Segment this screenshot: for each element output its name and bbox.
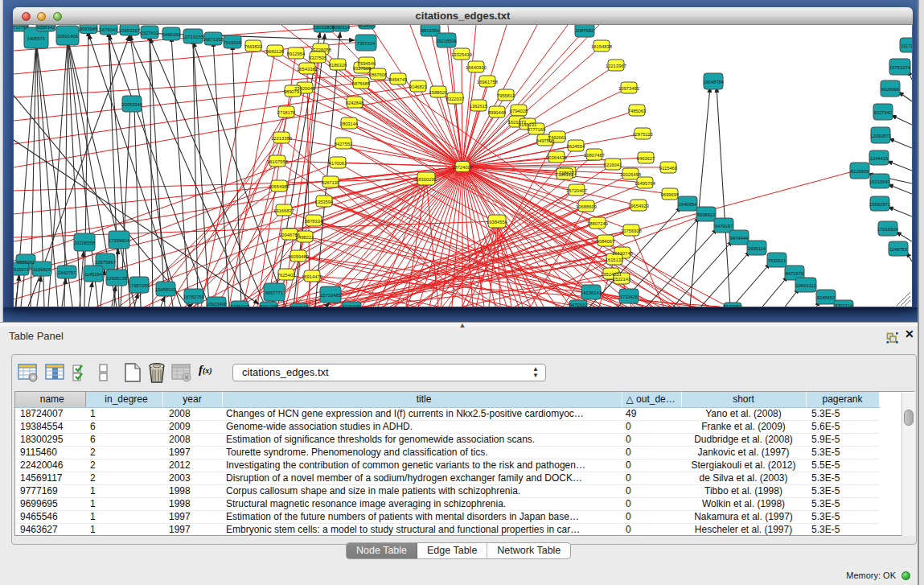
svg-text:1244415: 1244415 (870, 156, 889, 161)
svg-text:3624554: 3624554 (567, 144, 585, 149)
svg-text:10719155: 10719155 (183, 35, 203, 39)
svg-text:7632621: 7632621 (768, 258, 786, 263)
svg-text:18724007: 18724007 (452, 165, 473, 170)
svg-text:7357224: 7357224 (357, 41, 376, 46)
svg-text:7594546: 7594546 (358, 61, 376, 66)
svg-text:10025458: 10025458 (620, 172, 641, 177)
svg-text:8186328: 8186328 (329, 63, 347, 68)
svg-text:7625402: 7625402 (277, 273, 296, 278)
svg-text:16210643: 16210643 (869, 179, 890, 184)
svg-text:9657771: 9657771 (265, 290, 284, 295)
svg-text:18807249: 18807249 (587, 221, 608, 226)
svg-text:9358342: 9358342 (37, 25, 55, 30)
svg-text:17359924: 17359924 (109, 238, 130, 243)
svg-text:18300295: 18300295 (416, 177, 437, 182)
svg-text:7515526: 7515526 (224, 40, 242, 45)
svg-text:7462661: 7462661 (548, 135, 567, 140)
svg-text:6216041: 6216041 (604, 163, 622, 167)
svg-text:9634505: 9634505 (358, 25, 376, 28)
svg-text:9245103: 9245103 (231, 304, 249, 307)
svg-text:9084067: 9084067 (597, 239, 615, 244)
svg-text:1146753: 1146753 (889, 247, 907, 252)
svg-text:1156829: 1156829 (33, 267, 51, 272)
svg-text:14136141: 14136141 (581, 290, 602, 295)
svg-text:19384554: 19384554 (487, 220, 508, 225)
svg-text:16961758: 16961758 (477, 80, 498, 84)
svg-text:13226058: 13226058 (310, 47, 331, 52)
svg-text:19654923: 19654923 (628, 204, 649, 208)
svg-text:10807487: 10807487 (584, 153, 605, 158)
svg-text:16099489: 16099489 (288, 254, 309, 259)
svg-text:13325419: 13325419 (451, 52, 472, 57)
svg-text:7663822: 7663822 (244, 44, 263, 49)
svg-text:16495764: 16495764 (634, 181, 656, 186)
svg-text:2624988: 2624988 (290, 305, 309, 307)
svg-text:17016504: 17016504 (877, 227, 899, 232)
svg-text:7955812: 7955812 (497, 93, 515, 98)
svg-text:2935114: 2935114 (748, 246, 766, 251)
svg-text:19218506: 19218506 (436, 39, 457, 43)
svg-text:3915971: 3915971 (14, 267, 29, 272)
svg-text:8290114: 8290114 (332, 25, 351, 30)
svg-text:9327508: 9327508 (353, 66, 372, 71)
svg-text:1733426: 1733426 (620, 295, 639, 299)
svg-text:20053346: 20053346 (121, 102, 142, 107)
svg-text:16640910: 16640910 (466, 65, 487, 70)
svg-text:19166827: 19166827 (273, 208, 294, 213)
svg-text:12213389: 12213389 (271, 136, 292, 141)
svg-text:2718176: 2718176 (277, 110, 296, 115)
svg-text:17957255: 17957255 (129, 283, 150, 288)
svg-text:9132405: 9132405 (343, 304, 361, 307)
svg-text:8471205: 8471205 (260, 304, 278, 307)
svg-text:8427552: 8427552 (335, 142, 353, 146)
svg-text:10654985: 10654985 (269, 184, 290, 189)
svg-text:15716485: 15716485 (320, 293, 341, 298)
svg-text:1527602: 1527602 (141, 31, 159, 35)
svg-text:8938923: 8938923 (697, 212, 716, 217)
svg-text:9471522: 9471522 (569, 303, 588, 307)
svg-text:16154838: 16154838 (591, 44, 612, 49)
svg-text:1712757: 1712757 (14, 25, 28, 30)
svg-text:9227342: 9227342 (874, 110, 893, 115)
svg-text:1640954: 1640954 (679, 202, 697, 207)
svg-text:8912954: 8912954 (287, 51, 306, 56)
svg-text:9890791: 9890791 (284, 89, 302, 94)
svg-text:16107554: 16107554 (267, 159, 289, 164)
svg-text:9245652: 9245652 (817, 295, 836, 300)
svg-text:12975115: 12975115 (632, 132, 652, 137)
svg-text:4170061: 4170061 (329, 161, 347, 166)
svg-text:8123981: 8123981 (724, 304, 742, 307)
svg-text:8471676: 8471676 (786, 271, 804, 276)
svg-text:9327505: 9327505 (309, 56, 327, 60)
svg-text:1117232: 1117232 (901, 43, 912, 48)
svg-text:8267130: 8267130 (322, 180, 340, 185)
svg-text:9115460: 9115460 (659, 166, 677, 171)
svg-text:1405571: 1405571 (27, 36, 46, 41)
svg-text:9474444: 9474444 (730, 236, 749, 241)
svg-text:2867608: 2867608 (369, 72, 388, 77)
svg-text:9463627: 9463627 (637, 156, 655, 161)
svg-text:12905135: 12905135 (106, 276, 127, 281)
svg-text:20364436: 20364436 (546, 155, 567, 160)
svg-text:5498222: 5498222 (296, 235, 314, 240)
svg-text:8990448: 8990448 (488, 110, 507, 115)
svg-text:10973493: 10973493 (618, 86, 639, 91)
svg-text:6466160: 6466160 (162, 32, 181, 37)
svg-text:10958107: 10958107 (155, 287, 176, 292)
svg-text:8454749: 8454749 (389, 77, 408, 82)
svg-text:9329966: 9329966 (881, 87, 900, 92)
svg-text:8215955: 8215955 (851, 169, 869, 174)
svg-text:9555081: 9555081 (17, 260, 35, 265)
svg-text:1522143: 1522143 (613, 277, 631, 282)
svg-text:9063945: 9063945 (80, 27, 98, 31)
svg-text:16782759: 16782759 (183, 295, 204, 299)
svg-text:15720407: 15720407 (566, 188, 587, 193)
svg-text:6794028: 6794028 (510, 109, 528, 113)
svg-text:8813054: 8813054 (421, 28, 440, 33)
svg-text:1145194: 1145194 (84, 272, 103, 277)
svg-text:5875685: 5875685 (352, 81, 371, 86)
svg-text:15692971: 15692971 (869, 202, 890, 207)
svg-text:16914479: 16914479 (302, 274, 322, 279)
svg-text:16120746: 16120746 (612, 251, 633, 256)
svg-text:6479197: 6479197 (715, 224, 733, 229)
